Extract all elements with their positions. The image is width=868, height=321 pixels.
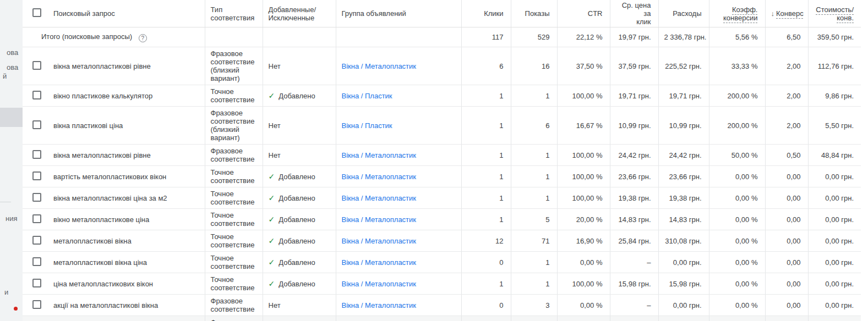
column-header-cpc[interactable]: Ср. цена заклик	[610, 0, 658, 27]
ad-group-link[interactable]: Вікна / Металопластик	[342, 194, 417, 202]
column-header-label: Клики	[484, 9, 503, 18]
ad-group-link[interactable]: Вікна / Пластик	[342, 92, 392, 100]
help-icon[interactable]: ?	[139, 34, 147, 42]
ad-group-link[interactable]: Вікна / Металопластик	[342, 280, 417, 288]
row-checkbox[interactable]	[32, 300, 41, 309]
search-query: металопластикові вікна	[51, 230, 205, 252]
cost-value: 23,66 грн.	[658, 166, 709, 187]
ad-group-link[interactable]: Вікна / Металопластик	[342, 237, 417, 245]
checkbox-cell	[23, 252, 51, 273]
ad-group-link[interactable]: Вікна / Металопластик	[342, 62, 417, 70]
column-header-conversions[interactable]: ↓Конверс	[765, 0, 808, 27]
sidebar-text-fragment: ова	[7, 63, 18, 71]
check-icon: ✓	[269, 236, 275, 245]
search-query: алюмінієві вікна чи металопластикові	[51, 316, 205, 321]
column-header-adgroup[interactable]: Группа объявлений	[336, 0, 461, 27]
column-header-query[interactable]: Поисковый запрос	[51, 0, 205, 27]
row-checkbox[interactable]	[32, 61, 41, 70]
cost-value: 310,08 грн.	[658, 230, 709, 252]
added-status: ✓Добавлено	[263, 85, 336, 107]
table-row: вікно металопластикове цінаТочное соотве…	[23, 209, 861, 230]
ad-group-link[interactable]: Вікна / Металопластик	[342, 301, 417, 309]
clicks-value: 0	[461, 295, 511, 316]
ad-group-cell: Вікна / Металопластик	[336, 209, 461, 230]
conv-rate-value: 33,33 %	[709, 47, 765, 85]
check-icon: ✓	[269, 258, 275, 267]
ad-group-link[interactable]: Вікна / Пластик	[342, 121, 392, 130]
ad-group-link[interactable]: Вікна / Металопластик	[342, 173, 417, 181]
cpc-value: 10,99 грн.	[610, 107, 658, 145]
impressions-value: 1	[511, 316, 557, 321]
column-header-conv_rate[interactable]: Коэфф.конверсии	[709, 0, 765, 27]
match-type: Точное соответствие	[205, 209, 263, 230]
impressions-value: 1	[511, 145, 557, 166]
ad-group-cell: Вікна / Металопластик	[336, 252, 461, 273]
row-checkbox[interactable]	[32, 236, 41, 245]
added-status: ✓Добавлено	[263, 166, 336, 187]
conv-rate-value: 0,00 %	[709, 187, 765, 209]
impressions-value: 16	[511, 47, 557, 85]
added-status: ✓Добавлено	[263, 273, 336, 295]
conversions-value: 0,50	[765, 145, 808, 166]
sidebar-text-fragment: ова	[7, 48, 18, 57]
totals-empty-cell	[263, 27, 336, 47]
row-checkbox[interactable]	[32, 193, 41, 202]
ctr-value: 100,00 %	[557, 187, 610, 209]
column-header-impressions[interactable]: Показы	[511, 0, 557, 27]
table-row: вікна пластикові цінаФразовое соответств…	[23, 107, 861, 145]
row-checkbox[interactable]	[32, 91, 41, 99]
conversions-value: 0,00	[765, 252, 808, 273]
conversions-value: 2,00	[765, 47, 808, 85]
ad-group-link[interactable]: Вікна / Металопластик	[342, 258, 417, 267]
column-header-added[interactable]: Добавленные/Исключенные	[263, 0, 336, 27]
row-checkbox[interactable]	[32, 279, 41, 287]
cost-per-conv-value: 112,76 грн.	[808, 47, 861, 85]
checkbox-cell	[23, 107, 51, 145]
totals-row: Итого (поисковые запросы) ? 117 529 22,1…	[23, 27, 861, 47]
cost-value: 15,98 грн.	[658, 273, 709, 295]
row-checkbox[interactable]	[32, 150, 41, 159]
checkbox-cell	[23, 230, 51, 252]
check-icon: ✓	[269, 215, 275, 224]
row-checkbox[interactable]	[32, 257, 41, 266]
checkbox-cell	[23, 316, 51, 321]
select-all-checkbox[interactable]	[32, 8, 41, 17]
cpc-value: 37,59 грн.	[610, 47, 658, 85]
ad-group-link[interactable]: Вікна / Металопластик	[342, 215, 417, 224]
match-type: Фразовое соответствие (близкий вариант)	[205, 47, 263, 85]
column-header-match[interactable]: Типсоответствия	[205, 0, 263, 27]
right-gutter	[861, 0, 868, 321]
ctr-value: 0,00 %	[557, 295, 610, 316]
row-checkbox[interactable]	[32, 120, 41, 129]
cpc-value: 19,71 грн.	[610, 85, 658, 107]
ad-group-link[interactable]: Вікна / Металопластик	[342, 151, 417, 159]
column-header-clicks[interactable]: Клики	[461, 0, 511, 27]
row-checkbox[interactable]	[32, 171, 41, 180]
table-row: ціна металопластикових віконТочное соотв…	[23, 273, 861, 295]
cpc-value: 23,66 грн.	[610, 166, 658, 187]
search-query: вікна металопластикові рівне	[51, 145, 205, 166]
search-query: вікна металопластикові ціна за м2	[51, 187, 205, 209]
column-header-check[interactable]	[23, 0, 51, 27]
clicks-value: 0	[461, 316, 511, 321]
search-query: вікна металопластикові рівне	[51, 47, 205, 85]
ad-group-cell: Вікна / Металопластик	[336, 295, 461, 316]
sidebar-text-fragment: и	[4, 288, 8, 296]
column-header-cost[interactable]: Расходы	[658, 0, 709, 27]
ctr-value: 100,00 %	[557, 166, 610, 187]
conv-rate-value: 0,00 %	[709, 295, 765, 316]
sidebar-selected-item[interactable]	[0, 108, 23, 127]
conv-rate-value: 200,00 %	[709, 85, 765, 107]
checkbox-cell	[23, 47, 51, 85]
row-checkbox[interactable]	[32, 214, 41, 223]
column-header-cost_per_conv[interactable]: Стоимость/конв.	[808, 0, 861, 27]
checkbox-cell	[23, 273, 51, 295]
conversions-value: 0,00	[765, 187, 808, 209]
ctr-value: 16,67 %	[557, 107, 610, 145]
column-header-ctr[interactable]: CTR	[557, 0, 610, 27]
cpc-value: 15,98 грн.	[610, 273, 658, 295]
table-row: акції на металопластикові вікнаФразовое …	[23, 295, 861, 316]
conv-rate-value: 0,00 %	[709, 166, 765, 187]
search-query: акції на металопластикові вікна	[51, 295, 205, 316]
clicks-value: 1	[461, 209, 511, 230]
